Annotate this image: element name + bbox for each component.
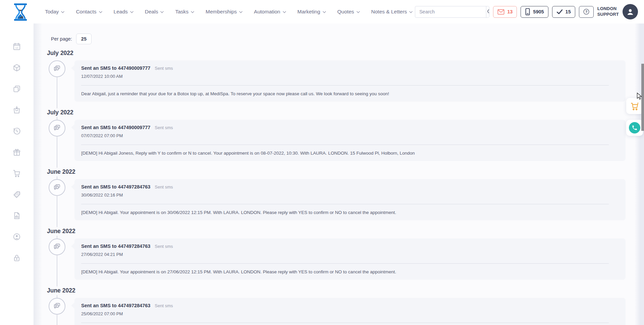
chevron-down-icon [283,11,286,13]
chevron-down-icon [61,11,64,13]
divider [81,145,609,145]
sms-activity-icon [49,179,65,196]
per-page-select[interactable]: 25 [76,34,92,44]
sidebar-item-duplicate[interactable] [12,85,21,93]
activity-date: 12/07/2022 10:00 AM [81,74,619,79]
sms-credit-button[interactable]: 5905 [521,6,548,18]
activity-title: Sent an SMS to 447497284763 [81,184,150,189]
nav-item[interactable]: Notes & Letters [371,9,413,15]
sidebar-item-pricing[interactable] [12,190,21,199]
search-input[interactable] [415,9,486,14]
activity-type-label: Sent sms [155,66,173,71]
chevron-down-icon [130,11,133,13]
activity-title: Sent an SMS to 447490009777 [81,65,150,71]
chat-bubbles-icon [53,302,61,310]
mail-notifications-button[interactable]: 13 [493,6,517,18]
tasks-done-button[interactable]: 15 [552,6,575,18]
activity-date: 27/06/2022 04:21 PM [81,252,619,257]
person-icon [626,7,635,16]
nav-item[interactable]: Automation [254,9,286,15]
sidebar-item-products[interactable] [12,63,21,72]
chat-bubbles-icon [53,124,61,132]
sidebar-item-cart[interactable] [12,169,21,178]
gift-icon [12,148,21,157]
activity-card[interactable]: Sent an SMS to 447497284763 Sent sms 27/… [74,238,626,280]
chat-bubbles-icon [53,243,61,251]
chevron-down-icon [409,11,413,13]
sms-activity-icon [49,238,65,255]
divider [81,323,609,323]
nav-item-label: Marketing [298,9,320,15]
nav-item[interactable]: Tasks [175,9,194,15]
timeline-group: July 2022 Sent an SMS to 447490009777 Se… [34,108,644,161]
activity-card[interactable]: Sent an SMS to 447497284763 Sent sms 25/… [74,298,626,325]
sidebar-item-security[interactable] [12,254,21,262]
month-header: June 2022 [47,227,79,236]
svg-text:12: 12 [15,46,18,49]
hourglass-logo-icon[interactable] [11,3,30,21]
scrollbar-thumb[interactable] [641,64,644,131]
timeline-group: June 2022 Sent an SMS to 447497284763 Se… [34,168,644,220]
question-icon: ? [583,8,590,15]
price-tag-icon [12,190,21,199]
main-content: Per page: 25 July 2022 Sent an SMS to 44… [34,23,644,325]
nav-item-label: Leads [114,9,128,15]
cart-fab-button[interactable] [626,98,643,114]
sidebar-item-calendar[interactable]: 12 [12,42,21,51]
user-name: LONDON SUPPORT [597,6,619,17]
nav-item[interactable]: Marketing [298,9,326,15]
task-count: 15 [566,9,571,14]
timeline-entry: Sent an SMS to 447497284763 Sent sms 27/… [34,238,644,280]
help-button[interactable]: ? [579,6,594,18]
chevron-down-icon [357,11,360,13]
sms-credit-count: 5905 [533,9,544,14]
nav-item[interactable]: Today [45,9,64,15]
timeline-rail [34,238,74,280]
main-nav: Today Contacts Leads Deals Tasks Members… [45,0,470,23]
phone-fab-button[interactable] [626,120,643,136]
divider [81,263,609,264]
smartphone-icon [525,8,530,15]
month-header: July 2022 [47,108,77,117]
nav-item[interactable]: Deals [145,9,164,15]
sidebar-item-history[interactable] [12,127,21,136]
sidebar-item-account[interactable] [12,232,21,241]
svg-text:?: ? [585,10,587,14]
sidebar-item-reports[interactable] [12,211,21,220]
crm-app: Today Contacts Leads Deals Tasks Members… [0,0,644,325]
mail-count: 13 [507,9,513,14]
checkmark-icon [556,9,563,14]
activity-card[interactable]: Sent an SMS to 447490009777 Sent sms 07/… [74,120,626,161]
timeline-entry: Sent an SMS to 447497284763 Sent sms 25/… [34,298,644,325]
sms-activity-icon [49,298,65,315]
nav-item[interactable]: Contacts [76,9,102,15]
nav-item[interactable]: Leads [114,9,133,15]
month-header: June 2022 [47,286,79,295]
package-icon [12,63,21,72]
activity-type-label: Sent sms [155,303,173,308]
avatar[interactable] [623,4,638,19]
sms-activity-icon [49,120,65,137]
month-header: July 2022 [47,49,77,58]
calendar-icon: 12 [12,42,21,51]
per-page-control: Per page: 25 [51,34,644,44]
nav-item-label: Today [45,9,59,15]
activity-card[interactable]: Sent an SMS to 447490009777 Sent sms 12/… [74,60,626,102]
chevron-down-icon [239,11,243,13]
search-icon[interactable] [486,6,489,17]
activity-title: Sent an SMS to 447497284763 [81,303,150,308]
sidebar-item-gifts[interactable] [12,148,21,157]
phone-icon [629,122,640,133]
activity-type-label: Sent sms [155,184,173,189]
nav-item[interactable]: Memberships [206,9,243,15]
account-icon [12,232,21,241]
timeline-rail [34,120,74,161]
timeline-rail [34,298,74,325]
chevron-down-icon [99,11,102,13]
sidebar-item-orders[interactable] [12,106,21,114]
activity-title: Sent an SMS to 447497284763 [81,243,150,249]
nav-item-label: Automation [254,9,280,15]
activity-card[interactable]: Sent an SMS to 447497284763 Sent sms 30/… [74,179,626,220]
nav-item[interactable]: Quotes [337,9,360,15]
activity-date: 25/06/2022 07:00 PM [81,311,619,316]
